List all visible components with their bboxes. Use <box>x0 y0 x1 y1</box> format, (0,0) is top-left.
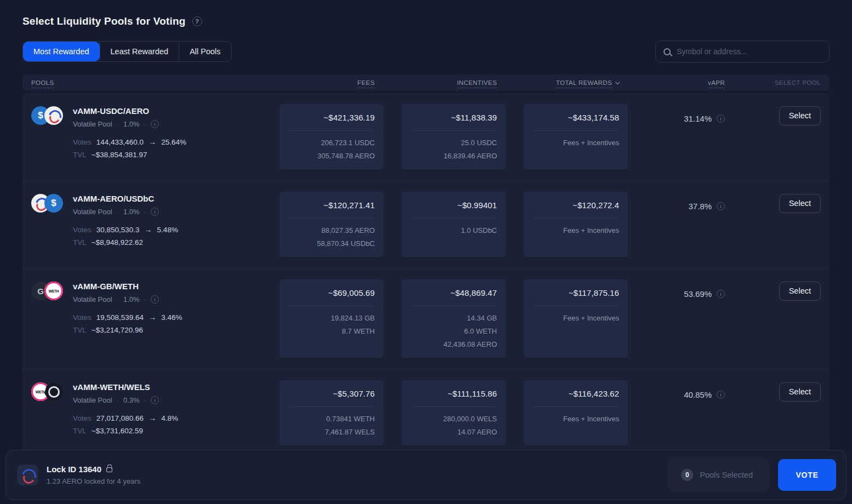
pool-subtitle: Volatile Pool · 1.0% · i <box>73 120 186 128</box>
total-rewards-value: ~$116,423.62 <box>533 389 619 398</box>
token-amount: 88,027.35 AERO <box>288 224 375 237</box>
pool-cell: GWETH vAMM-GB/WETH Volatile Pool · 1.0% … <box>31 279 261 358</box>
help-icon[interactable]: ? <box>192 16 202 26</box>
total-rewards-note: Fees + Incentives <box>533 312 619 325</box>
select-pool-button[interactable]: Select <box>779 382 821 402</box>
pool-info: vAMM-GB/WETH Volatile Pool · 1.0% · i Vo… <box>73 280 182 358</box>
total-rewards-cell: ~$433,174.58 Fees + Incentives <box>524 104 628 169</box>
token-amount: 58,870.34 USDbC <box>288 237 375 250</box>
select-cell: Select <box>752 279 821 358</box>
lock-icon <box>106 467 112 472</box>
total-rewards-value: ~$433,174.58 <box>533 113 619 122</box>
search-input[interactable] <box>677 47 821 56</box>
pool-filter-tabs: Most Rewarded Least Rewarded All Pools <box>22 41 232 62</box>
tab-all-pools[interactable]: All Pools <box>179 42 231 61</box>
card-divider <box>410 218 497 219</box>
pool-info-icon[interactable]: i <box>151 120 159 128</box>
vapr-info-icon[interactable]: i <box>717 202 725 210</box>
col-header-vapr[interactable]: vAPR <box>646 79 734 86</box>
incentives-total: ~$48,869.47 <box>410 288 497 297</box>
token-pair-icons: $ <box>31 193 63 257</box>
vote-button[interactable]: VOTE <box>778 459 836 491</box>
tab-least-rewarded[interactable]: Least Rewarded <box>100 42 179 61</box>
table-header: POOLS FEES INCENTIVES TOTAL REWARDS vAPR… <box>22 75 830 91</box>
weth-token-icon: WETH <box>44 282 63 300</box>
votes-value: 144,433,460.0 <box>96 138 144 146</box>
pool-name: vAMM-WETH/WELS <box>73 382 178 392</box>
search-box[interactable] <box>655 41 830 62</box>
pool-info: vAMM-WETH/WELS Volatile Pool · 0.3% · i … <box>73 381 178 445</box>
aero-logo-tile <box>17 465 38 485</box>
pool-name: vAMM-AERO/USDbC <box>73 194 178 203</box>
card-divider <box>410 406 497 407</box>
vapr-info-icon[interactable]: i <box>717 114 725 123</box>
select-cell: Select <box>752 192 821 257</box>
col-header-incentives[interactable]: INCENTIVES <box>402 79 506 86</box>
token-amount: 14.34 GB <box>410 312 497 325</box>
col-header-pools[interactable]: POOLS <box>31 79 261 86</box>
dot-separator: · <box>117 295 119 303</box>
votes-line: Votes 30,850,530.3 → 5.48% <box>73 225 178 234</box>
total-rewards-value: ~$117,875.16 <box>533 288 619 297</box>
tvl-line: TVL ~$38,854,381.97 <box>73 151 186 159</box>
tab-most-rewarded[interactable]: Most Rewarded <box>23 42 100 61</box>
total-rewards-cell: ~$116,423.62 Fees + Incentives <box>524 380 628 445</box>
tvl-line: TVL ~$8,948,922.62 <box>73 238 178 247</box>
tvl-label: TVL <box>73 326 87 334</box>
lock-info: Lock ID 13640 1.23 AERO locked for 4 yea… <box>47 465 140 485</box>
fees-total: ~$5,307.76 <box>288 389 375 398</box>
dot-separator: · <box>144 208 146 216</box>
pool-info-icon[interactable]: i <box>151 396 159 404</box>
votes-line: Votes 19,508,539.64 → 3.46% <box>73 313 182 322</box>
fees-breakdown: 88,027.35 AERO58,870.34 USDbC <box>288 224 375 250</box>
incentives-cell: ~$11,838.39 25.0 USDC16,839.46 AERO <box>402 104 506 169</box>
card-divider <box>533 130 619 131</box>
arrow-right-icon: → <box>148 313 156 322</box>
votes-label: Votes <box>73 313 92 322</box>
fees-cell: ~$5,307.76 0.73841 WETH7,461.87 WELS <box>279 380 384 445</box>
token-amount: 8.7 WETH <box>288 325 375 338</box>
card-divider <box>288 130 375 131</box>
incentives-cell: ~$48,869.47 14.34 GB6.0 WETH42,436.08 AE… <box>402 279 506 358</box>
dot-separator: · <box>144 295 146 303</box>
fees-cell: ~$69,005.69 19,824.13 GB8.7 WETH <box>279 279 384 358</box>
incentives-breakdown: 25.0 USDC16,839.46 AERO <box>410 136 497 163</box>
token-pair-icons: WETH <box>31 381 63 445</box>
select-pool-button[interactable]: Select <box>779 106 821 125</box>
select-pool-button[interactable]: Select <box>779 194 821 213</box>
token-amount: 280,000.0 WELS <box>410 413 497 426</box>
tvl-label: TVL <box>73 151 87 159</box>
page-header: Select Liquidity Pools for Voting ? <box>22 15 830 27</box>
vapr-info-icon[interactable]: i <box>717 391 725 399</box>
col-header-fees[interactable]: FEES <box>279 79 384 86</box>
total-rewards-note-wrap: Fees + Incentives <box>533 224 619 237</box>
card-divider <box>410 306 497 306</box>
vapr-cell: 40.85% i <box>646 380 734 445</box>
incentives-cell: ~$111,115.86 280,000.0 WELS14.07 AERO <box>402 380 506 445</box>
incentives-total: ~$111,115.86 <box>410 389 497 398</box>
pool-info: vAMM-USDC/AERO Volatile Pool · 1.0% · i … <box>73 105 186 169</box>
pool-subtitle: Volatile Pool · 0.3% · i <box>73 396 178 404</box>
total-rewards-note-wrap: Fees + Incentives <box>533 413 619 426</box>
card-divider <box>533 406 619 407</box>
aero-token-icon <box>44 106 63 125</box>
pool-info-icon[interactable]: i <box>151 295 159 303</box>
token-pair-icons: $ <box>31 105 63 169</box>
token-amount: 0.73841 WETH <box>288 413 375 426</box>
select-pool-button[interactable]: Select <box>779 282 821 301</box>
fees-breakdown: 0.73841 WETH7,461.87 WELS <box>288 413 375 439</box>
pool-cell: WETH vAMM-WETH/WELS Volatile Pool · 0.3%… <box>31 380 261 445</box>
voting-page: Select Liquidity Pools for Voting ? Most… <box>0 0 852 456</box>
vapr-value: 37.8% <box>688 202 712 211</box>
pool-info: vAMM-AERO/USDbC Volatile Pool · 1.0% · i… <box>73 193 178 257</box>
dot-separator: · <box>144 396 146 404</box>
col-header-total-rewards[interactable]: TOTAL REWARDS <box>524 79 628 86</box>
vapr-info-icon[interactable]: i <box>717 290 725 298</box>
lock-id-title: Lock ID 13640 <box>47 465 101 474</box>
pool-info-icon[interactable]: i <box>151 208 159 216</box>
vapr-value: 53.69% <box>684 289 712 299</box>
pool-row: WETH vAMM-WETH/WELS Volatile Pool · 0.3%… <box>22 369 830 456</box>
card-divider <box>410 130 497 131</box>
select-cell: Select <box>752 104 821 169</box>
fees-cell: ~$120,271.41 88,027.35 AERO58,870.34 USD… <box>279 192 384 257</box>
